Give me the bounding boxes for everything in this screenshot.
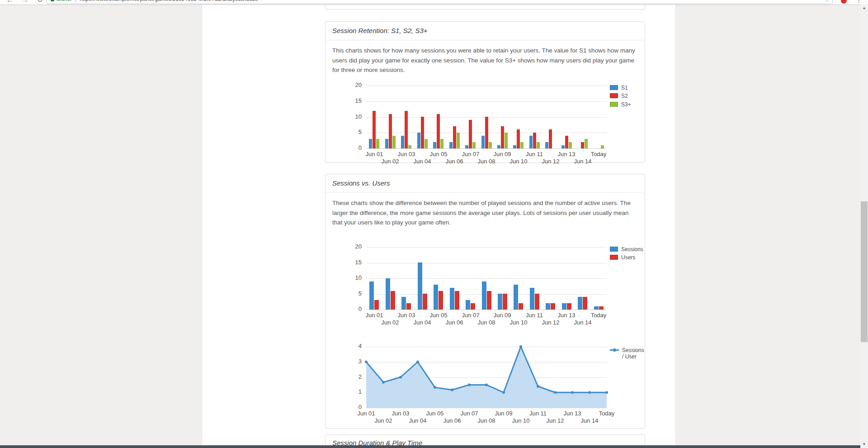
extension-icon[interactable] — [841, 0, 847, 4]
legend-label: Users — [621, 254, 635, 261]
card-header: Session Retention: S1, S2, S3+ — [326, 22, 645, 40]
x-tick-label: Jun 13 — [551, 151, 582, 157]
legend-swatch — [610, 85, 618, 90]
bar — [440, 139, 443, 148]
legend-row: Users — [610, 254, 643, 261]
y-tick-label: 4 — [341, 343, 362, 349]
bar — [505, 133, 508, 148]
legend-label: S1 — [621, 85, 628, 91]
page-background: Session Retention: S1, S2, S3+ This char… — [0, 5, 860, 445]
menu-icon[interactable]: ⋮ — [856, 0, 862, 4]
legend-row: S3+ — [610, 101, 631, 108]
bar — [437, 114, 440, 148]
y-tick-label: 5 — [341, 290, 362, 297]
x-tick-label: Jun 05 — [423, 312, 454, 319]
data-point — [468, 383, 471, 386]
bookmark-star-icon[interactable]: ☆ — [824, 0, 830, 4]
bar — [385, 139, 388, 148]
x-tick-label: Jun 12 — [539, 417, 571, 424]
bar — [581, 142, 584, 148]
bar — [406, 303, 411, 310]
x-tick-label: Jun 03 — [391, 312, 422, 319]
forward-icon[interactable]: → — [22, 0, 28, 4]
x-tick-label: Jun 03 — [391, 151, 422, 157]
reload-icon[interactable]: ↻ — [37, 0, 43, 4]
gridline — [366, 263, 607, 263]
bar — [469, 120, 472, 148]
bar — [569, 142, 572, 148]
y-tick-label: 0 — [341, 305, 362, 312]
data-point — [416, 361, 419, 363]
url-text: https://www.example.net/panel/games/2165… — [80, 0, 258, 2]
x-tick-label: Jun 11 — [519, 312, 550, 319]
legend-label: Sessions — [621, 246, 643, 253]
bar — [466, 300, 470, 310]
y-tick-label: 0 — [341, 404, 362, 410]
bar — [369, 139, 372, 148]
chart-legend: S1S2S3+ — [610, 85, 631, 110]
scroll-thumb[interactable] — [861, 201, 868, 342]
bar — [376, 139, 379, 148]
bar — [434, 285, 438, 310]
data-point — [434, 386, 436, 389]
bar — [514, 285, 518, 310]
x-tick-label: Jun 03 — [385, 410, 416, 417]
bar — [519, 303, 523, 310]
x-tick-label: Jun 07 — [455, 312, 486, 319]
bar — [530, 288, 534, 310]
data-point — [502, 391, 505, 394]
bar — [529, 136, 533, 148]
bar — [498, 294, 502, 310]
card-session-duration: Session Duration & Play Time — [325, 434, 645, 445]
bar — [386, 278, 390, 310]
lock-icon — [51, 0, 54, 1]
gridline — [366, 278, 607, 279]
bar — [487, 291, 491, 310]
security-label: Sicher — [57, 0, 72, 2]
x-axis-line — [366, 148, 607, 149]
data-point — [382, 381, 385, 384]
card-header: Session Duration & Play Time — [326, 435, 645, 445]
x-tick-label: Jun 13 — [557, 410, 588, 417]
scroll-down-icon[interactable]: ▼ — [860, 441, 868, 448]
bar — [425, 139, 428, 148]
card-title: Sessions vs. Users — [332, 179, 390, 187]
x-tick-label: Jun 10 — [505, 417, 537, 424]
data-point — [519, 345, 522, 348]
y-tick-label: 10 — [341, 274, 362, 281]
x-tick-label: Jun 04 — [406, 158, 438, 165]
x-tick-label: Jun 02 — [374, 158, 406, 165]
area-fill — [366, 347, 607, 408]
bar — [601, 145, 604, 148]
bar — [450, 288, 454, 310]
bar — [567, 303, 571, 310]
x-tick-label: Jun 07 — [455, 151, 486, 157]
data-point — [365, 361, 368, 363]
x-tick-label: Today — [583, 312, 614, 319]
url-bar[interactable]: Sicher|https://www.example.net/panel/gam… — [47, 0, 833, 4]
bar — [513, 145, 516, 148]
bar — [471, 303, 475, 310]
x-tick-label: Jun 06 — [439, 319, 470, 326]
x-tick-label: Jun 08 — [471, 417, 502, 424]
bar — [501, 126, 504, 148]
bar — [533, 133, 536, 148]
gridline — [366, 86, 607, 86]
scrollbar[interactable]: ▲ ▼ — [860, 5, 868, 448]
scroll-up-icon[interactable]: ▲ — [860, 5, 868, 12]
bar — [565, 136, 568, 148]
data-point — [399, 376, 402, 379]
y-tick-label: 20 — [341, 81, 362, 88]
card-description: This charts shows for how many sessions … — [326, 40, 645, 72]
legend-label: S2 — [621, 93, 628, 99]
card-sessions-vs-users: Sessions vs. Users These charts show the… — [325, 174, 645, 429]
legend-row: Sessions — [610, 246, 643, 253]
content-column: Session Retention: S1, S2, S3+ This char… — [202, 5, 676, 445]
chart-sessions-vs-users: 05101520Jun 01Jun 02Jun 03Jun 04Jun 05Ju… — [326, 234, 645, 327]
back-icon[interactable]: ← — [6, 0, 13, 4]
x-axis-line — [366, 310, 607, 310]
bar — [517, 129, 520, 148]
url-separator: | — [75, 0, 76, 2]
bar — [578, 297, 582, 310]
x-tick-label: Jun 02 — [368, 417, 399, 424]
